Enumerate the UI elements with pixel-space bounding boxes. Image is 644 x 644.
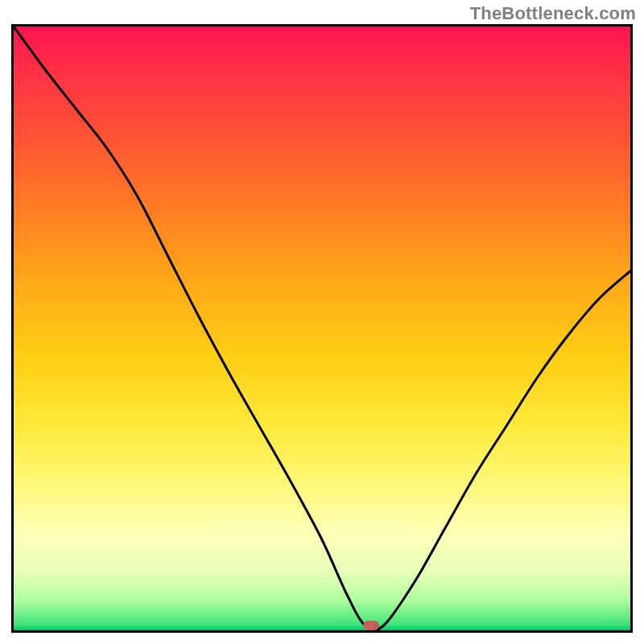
chart-stage: TheBottleneck.com xyxy=(0,0,644,644)
optimal-point-marker xyxy=(363,621,379,630)
watermark-text: TheBottleneck.com xyxy=(470,3,636,24)
plot-frame xyxy=(11,24,633,633)
bottleneck-curve xyxy=(14,27,630,630)
